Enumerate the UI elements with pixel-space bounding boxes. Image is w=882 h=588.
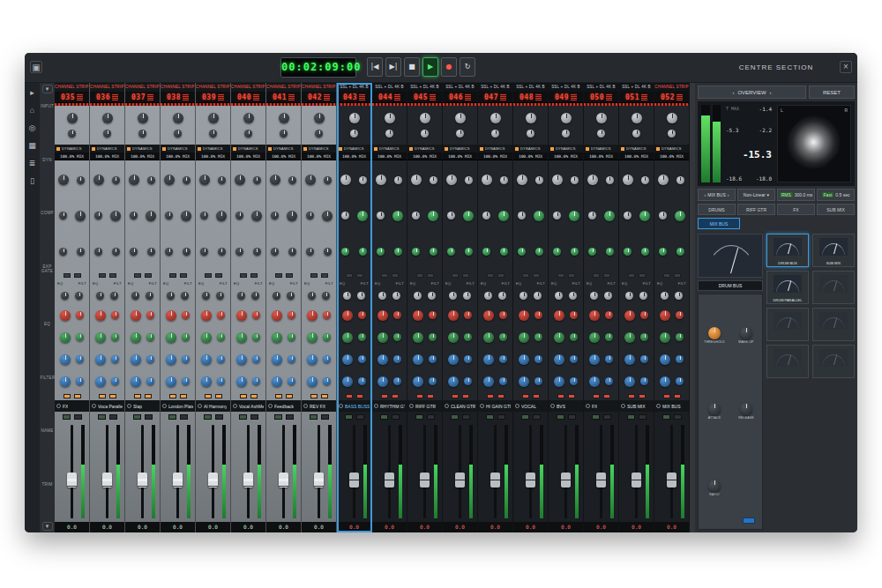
cut-button[interactable]: [674, 414, 682, 420]
eq-hmf-gain-knob[interactable]: [624, 332, 635, 343]
eq-in-button[interactable]: [169, 394, 176, 398]
eq-hmf-gain-knob[interactable]: [589, 332, 600, 343]
comp-release-knob[interactable]: [341, 212, 349, 220]
filter-in-button[interactable]: [356, 394, 363, 398]
expand-icon[interactable]: ▸: [30, 88, 34, 97]
comp-threshold-knob[interactable]: [587, 175, 598, 185]
eq-lf-freq-knob[interactable]: [464, 377, 472, 385]
comp-release-knob[interactable]: [377, 212, 385, 220]
eq-lmf-freq-knob[interactable]: [429, 355, 437, 363]
comp-threshold-knob[interactable]: [93, 175, 104, 185]
gate-release-knob[interactable]: [676, 248, 684, 256]
fader-handle[interactable]: [420, 473, 430, 488]
comp-release-knob[interactable]: [130, 212, 138, 220]
filter-in-button[interactable]: [180, 394, 187, 398]
arrow-right-icon[interactable]: ›: [728, 192, 729, 197]
gate-threshold-knob[interactable]: [498, 211, 509, 221]
comp-ratio-knob[interactable]: [394, 176, 402, 184]
fader-handle[interactable]: [667, 473, 676, 488]
hp-filter-knob[interactable]: [343, 292, 351, 300]
comp-release-knob[interactable]: [271, 212, 279, 220]
channel-select-icon[interactable]: [445, 404, 449, 408]
fader-handle[interactable]: [632, 473, 641, 488]
eq-hmf-freq-knob[interactable]: [393, 333, 401, 341]
cut-button[interactable]: [497, 414, 505, 420]
cut-button[interactable]: [321, 414, 329, 420]
bus-tile[interactable]: [812, 308, 855, 341]
eq-lmf-freq-knob[interactable]: [605, 355, 613, 363]
eq-hf-freq-knob[interactable]: [393, 311, 401, 319]
gate-range-knob[interactable]: [588, 248, 596, 256]
channel-select-icon[interactable]: [127, 404, 131, 408]
filter-in-button[interactable]: [392, 394, 399, 398]
comp-knob[interactable]: [708, 327, 721, 339]
hp-filter-knob[interactable]: [378, 292, 386, 300]
comp-release-knob[interactable]: [482, 212, 490, 220]
eq-in-button[interactable]: [64, 394, 71, 398]
input-trim-knob[interactable]: [138, 130, 146, 138]
eq-hmf-gain-knob[interactable]: [660, 332, 670, 343]
hp-filter-knob[interactable]: [484, 292, 492, 300]
exp-button[interactable]: [593, 273, 600, 278]
hp-filter-knob[interactable]: [96, 292, 104, 300]
gate-range-knob[interactable]: [412, 248, 420, 256]
cut-button[interactable]: [286, 414, 294, 420]
eq-lmf-freq-knob[interactable]: [76, 355, 84, 363]
eq-hmf-freq-knob[interactable]: [499, 333, 507, 341]
cut-button[interactable]: [603, 414, 611, 420]
bus-bank-tab[interactable]: SUB MIX: [817, 204, 855, 215]
input-trim-knob[interactable]: [103, 130, 111, 138]
fader-handle[interactable]: [67, 473, 77, 488]
meter-source-select[interactable]: ‹ MIX BUS ›: [698, 189, 736, 201]
response-select[interactable]: Non-Linear ▾: [737, 189, 775, 201]
input-trim-knob[interactable]: [244, 130, 252, 138]
gate-release-knob[interactable]: [324, 248, 332, 256]
comp-ratio-knob[interactable]: [571, 176, 579, 184]
filter-in-button[interactable]: [462, 394, 469, 398]
channel-select-icon[interactable]: [550, 404, 555, 408]
comp-release-knob[interactable]: [412, 212, 420, 220]
eq-hmf-gain-knob[interactable]: [413, 332, 423, 343]
input-gain-knob[interactable]: [667, 113, 677, 123]
gate-threshold-knob[interactable]: [322, 211, 333, 221]
gate-threshold-knob[interactable]: [146, 211, 156, 221]
gate-threshold-knob[interactable]: [428, 211, 438, 221]
input-trim-knob[interactable]: [174, 130, 182, 138]
eq-hf-freq-knob[interactable]: [499, 311, 507, 319]
fader-handle[interactable]: [138, 473, 147, 488]
gate-button[interactable]: [145, 273, 152, 278]
gate-release-knob[interactable]: [147, 248, 155, 256]
eq-lmf-freq-knob[interactable]: [358, 355, 366, 363]
solo-button[interactable]: [310, 414, 318, 420]
channel-select-icon[interactable]: [162, 404, 167, 408]
channel-select-icon[interactable]: [303, 404, 308, 408]
eq-in-button[interactable]: [205, 394, 212, 398]
channel-name-cell[interactable]: FX: [584, 400, 618, 412]
exp-button[interactable]: [416, 273, 423, 278]
lp-filter-knob[interactable]: [322, 292, 330, 300]
input-trim-knob[interactable]: [280, 130, 288, 138]
input-trim-knob[interactable]: [562, 130, 570, 138]
eq-hf-freq-knob[interactable]: [429, 311, 437, 319]
fader-handle[interactable]: [455, 473, 465, 488]
eq-hf-gain-knob[interactable]: [519, 310, 529, 321]
gate-range-knob[interactable]: [553, 248, 561, 256]
eq-lf-gain-knob[interactable]: [166, 376, 176, 387]
gate-button[interactable]: [533, 273, 540, 278]
exp-button[interactable]: [557, 273, 564, 278]
eq-lmf-freq-knob[interactable]: [676, 355, 684, 363]
hp-filter-knob[interactable]: [519, 292, 527, 300]
eq-hmf-gain-knob[interactable]: [377, 332, 388, 343]
gate-range-knob[interactable]: [377, 248, 385, 256]
eq-hmf-freq-knob[interactable]: [111, 333, 119, 341]
comp-ratio-knob[interactable]: [112, 176, 120, 184]
comp-release-knob[interactable]: [235, 212, 243, 220]
exp-button[interactable]: [628, 273, 635, 278]
input-gain-knob[interactable]: [243, 113, 254, 123]
comp-ratio-knob[interactable]: [288, 176, 296, 184]
gate-release-knob[interactable]: [183, 248, 191, 256]
eq-hf-freq-knob[interactable]: [182, 311, 190, 319]
channel-select-icon[interactable]: [656, 404, 661, 408]
cut-button[interactable]: [639, 414, 647, 420]
exp-button[interactable]: [346, 273, 353, 278]
